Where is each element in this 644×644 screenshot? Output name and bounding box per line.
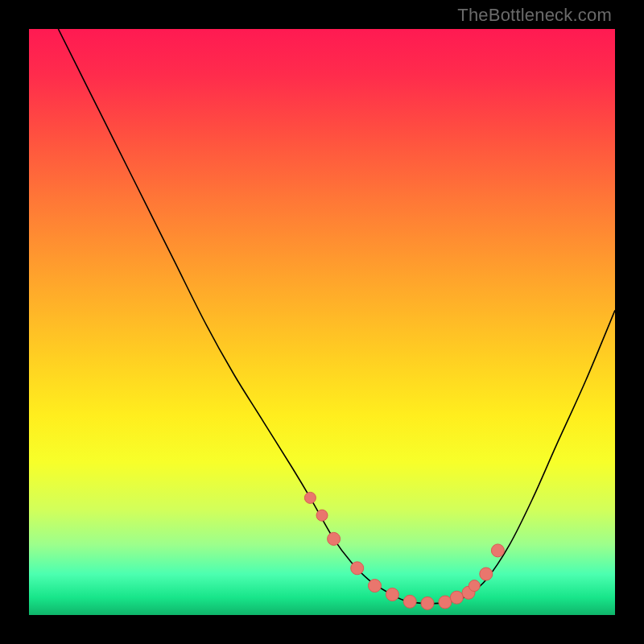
marker-dot [351, 562, 364, 575]
chart-svg [29, 29, 615, 615]
marker-dot [480, 568, 493, 580]
marker-group [304, 492, 504, 609]
chart-plot-area [29, 29, 615, 615]
marker-dot [304, 492, 316, 503]
marker-dot [316, 510, 328, 521]
marker-dot [469, 580, 480, 592]
marker-dot [421, 597, 434, 609]
marker-dot [328, 532, 341, 545]
marker-dot [450, 591, 463, 604]
marker-dot [369, 580, 382, 592]
bottleneck-curve [58, 29, 615, 604]
marker-dot [491, 544, 504, 557]
attribution-text: TheBottleneck.com [457, 5, 612, 26]
marker-dot [386, 588, 398, 601]
marker-dot [403, 595, 416, 608]
marker-dot [439, 596, 452, 609]
